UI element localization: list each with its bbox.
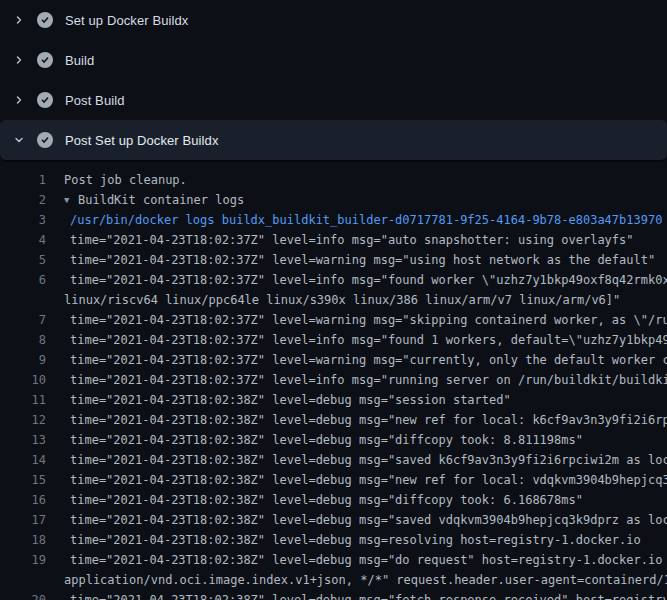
- log-line-text: Post job cleanup.: [64, 170, 187, 190]
- log-line-number[interactable]: 19: [0, 550, 46, 570]
- log-line-number[interactable]: 5: [0, 250, 46, 270]
- check-circle-icon: [37, 12, 53, 28]
- actions-log-viewer: { "colors": { "bg": "#0c1016", "row_high…: [0, 0, 667, 600]
- log-line-text: time="2021-04-23T18:02:38Z" level=debug …: [64, 550, 667, 570]
- log-line-number[interactable]: 10: [0, 370, 46, 390]
- log-line-number[interactable]: [0, 290, 46, 310]
- log-line-text: time="2021-04-23T18:02:37Z" level=warnin…: [64, 350, 667, 370]
- log-line: 8 time="2021-04-23T18:02:37Z" level=info…: [0, 330, 667, 350]
- log-line-number[interactable]: 11: [0, 390, 46, 410]
- log-line: 16 time="2021-04-23T18:02:38Z" level=deb…: [0, 490, 667, 510]
- log-line: 13 time="2021-04-23T18:02:38Z" level=deb…: [0, 430, 667, 450]
- log-line: 7 time="2021-04-23T18:02:37Z" level=warn…: [0, 310, 667, 330]
- log-line: application/vnd.oci.image.index.v1+json,…: [0, 570, 667, 590]
- log-line: 20 time="2021-04-23T18:02:38Z" level=deb…: [0, 590, 667, 600]
- step-row-post-set-up-docker-buildx[interactable]: Post Set up Docker Buildx: [0, 120, 667, 160]
- log-line-text: time="2021-04-23T18:02:37Z" level=info m…: [64, 230, 634, 250]
- log-line: 15 time="2021-04-23T18:02:38Z" level=deb…: [0, 470, 667, 490]
- log-line-text: time="2021-04-23T18:02:38Z" level=debug …: [64, 390, 511, 410]
- log-line: 3 /usr/bin/docker logs buildx_buildkit_b…: [0, 210, 667, 230]
- log-line: 12 time="2021-04-23T18:02:38Z" level=deb…: [0, 410, 667, 430]
- log-line-number[interactable]: 17: [0, 510, 46, 530]
- step-row-build[interactable]: Build: [0, 40, 667, 80]
- log-line: 19 time="2021-04-23T18:02:38Z" level=deb…: [0, 550, 667, 570]
- log-lines: 1 Post job cleanup. 2 ▼BuildKit containe…: [0, 170, 667, 600]
- log-line-text: time="2021-04-23T18:02:37Z" level=warnin…: [64, 250, 655, 270]
- group-label[interactable]: BuildKit container logs: [78, 193, 244, 207]
- log-line-text: time="2021-04-23T18:02:37Z" level=info m…: [64, 330, 667, 350]
- log-line-text: time="2021-04-23T18:02:38Z" level=debug …: [64, 430, 583, 450]
- log-line-text: time="2021-04-23T18:02:37Z" level=warnin…: [64, 310, 667, 330]
- log-line: 6 time="2021-04-23T18:02:37Z" level=info…: [0, 270, 667, 290]
- step-title: Build: [65, 53, 94, 68]
- log-line-text: time="2021-04-23T18:02:38Z" level=debug …: [64, 510, 667, 530]
- log-line-text: time="2021-04-23T18:02:38Z" level=debug …: [64, 490, 583, 510]
- log-line-number[interactable]: 3: [0, 210, 46, 230]
- log-line-number[interactable]: 20: [0, 590, 46, 600]
- check-circle-icon: [37, 52, 53, 68]
- log-line-text: time="2021-04-23T18:02:37Z" level=info m…: [64, 370, 667, 390]
- log-line: 1 Post job cleanup.: [0, 170, 667, 190]
- log-line-text: time="2021-04-23T18:02:38Z" level=debug …: [64, 470, 667, 490]
- chevron-right-icon[interactable]: [13, 54, 25, 66]
- log-line: 14 time="2021-04-23T18:02:38Z" level=deb…: [0, 450, 667, 470]
- log-line-number[interactable]: 13: [0, 430, 46, 450]
- log-line: 17 time="2021-04-23T18:02:38Z" level=deb…: [0, 510, 667, 530]
- log-line-text: application/vnd.oci.image.index.v1+json,…: [64, 570, 667, 590]
- log-line-number[interactable]: 6: [0, 270, 46, 290]
- chevron-right-icon[interactable]: [13, 14, 25, 26]
- steps-list: Set up Docker Buildx Build Post Build Po…: [0, 0, 667, 160]
- log-line: linux/riscv64 linux/ppc64le linux/s390x …: [0, 290, 667, 310]
- chevron-down-icon[interactable]: [13, 134, 25, 146]
- log-line: 11 time="2021-04-23T18:02:38Z" level=deb…: [0, 390, 667, 410]
- log-area: 1 Post job cleanup. 2 ▼BuildKit containe…: [0, 160, 667, 600]
- triangle-down-icon[interactable]: ▼: [64, 190, 78, 210]
- step-row-post-build[interactable]: Post Build: [0, 80, 667, 120]
- log-line: 10 time="2021-04-23T18:02:37Z" level=inf…: [0, 370, 667, 390]
- log-line-text: time="2021-04-23T18:02:38Z" level=debug …: [64, 450, 667, 470]
- log-line-number[interactable]: 15: [0, 470, 46, 490]
- log-line-number[interactable]: 18: [0, 530, 46, 550]
- log-line-number[interactable]: 1: [0, 170, 46, 190]
- log-line-number[interactable]: 16: [0, 490, 46, 510]
- chevron-right-icon[interactable]: [13, 94, 25, 106]
- log-line-number[interactable]: 7: [0, 310, 46, 330]
- log-line: 9 time="2021-04-23T18:02:37Z" level=warn…: [0, 350, 667, 370]
- log-line-number[interactable]: [0, 570, 46, 590]
- step-title: Post Set up Docker Buildx: [65, 133, 219, 148]
- log-line: 2 ▼BuildKit container logs: [0, 190, 667, 210]
- log-line-text: time="2021-04-23T18:02:38Z" level=debug …: [64, 590, 667, 600]
- step-title: Post Build: [65, 93, 125, 108]
- log-line: 5 time="2021-04-23T18:02:37Z" level=warn…: [0, 250, 667, 270]
- log-line-text: time="2021-04-23T18:02:38Z" level=debug …: [64, 530, 641, 550]
- log-line-text: /usr/bin/docker logs buildx_buildkit_bui…: [64, 210, 662, 230]
- log-line-text: ▼BuildKit container logs: [64, 190, 244, 210]
- log-line-number[interactable]: 9: [0, 350, 46, 370]
- log-line: 4 time="2021-04-23T18:02:37Z" level=info…: [0, 230, 667, 250]
- log-line: 18 time="2021-04-23T18:02:38Z" level=deb…: [0, 530, 667, 550]
- log-line-number[interactable]: 8: [0, 330, 46, 350]
- log-line-number[interactable]: 14: [0, 450, 46, 470]
- log-line-text: time="2021-04-23T18:02:37Z" level=info m…: [64, 270, 667, 290]
- log-line-number[interactable]: 2: [0, 190, 46, 210]
- check-circle-icon: [37, 92, 53, 108]
- log-line-number[interactable]: 12: [0, 410, 46, 430]
- check-circle-icon: [37, 132, 53, 148]
- step-title: Set up Docker Buildx: [65, 13, 188, 28]
- log-line-number[interactable]: 4: [0, 230, 46, 250]
- log-line-text: linux/riscv64 linux/ppc64le linux/s390x …: [64, 290, 620, 310]
- log-line-text: time="2021-04-23T18:02:38Z" level=debug …: [64, 410, 667, 430]
- step-row-set-up-docker-buildx[interactable]: Set up Docker Buildx: [0, 0, 667, 40]
